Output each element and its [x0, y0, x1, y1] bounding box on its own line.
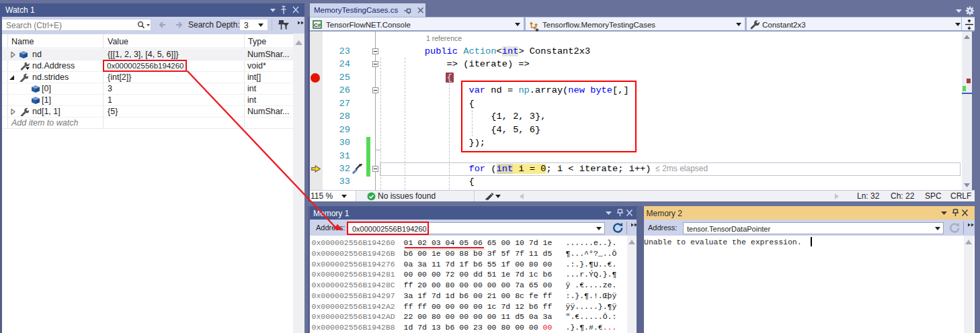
svg-text:C#: C#	[314, 22, 321, 28]
